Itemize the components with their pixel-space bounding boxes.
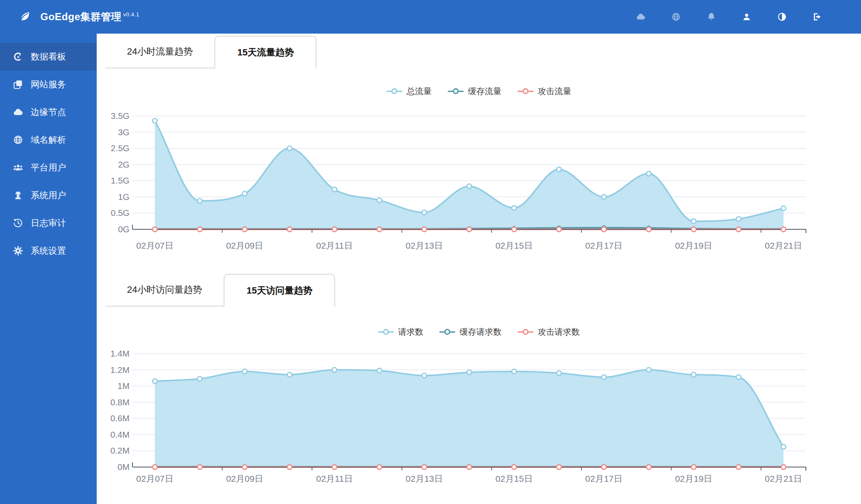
globe-icon[interactable] [671,12,681,22]
data-point-总流量[interactable] [153,118,157,123]
x-axis-date-label: 02月13日 [406,474,443,483]
legend-label: 缓存流量 [468,86,502,97]
data-point-攻击流量[interactable] [602,227,606,232]
data-point-请求数[interactable] [422,373,427,378]
sidebar-item-dashboard[interactable]: 数据看板 [0,43,97,71]
data-point-总流量[interactable] [557,167,561,172]
tab-24小时访问量趋势[interactable]: 24小时访问量趋势 [105,274,224,307]
data-point-攻击流量[interactable] [422,227,427,232]
legend-item-缓存流量[interactable]: 缓存流量 [448,86,502,97]
data-point-总流量[interactable] [287,146,292,151]
data-point-攻击请求数[interactable] [243,465,247,470]
data-point-总流量[interactable] [243,192,247,196]
data-point-攻击流量[interactable] [377,227,382,232]
data-point-请求数[interactable] [512,369,516,374]
data-point-总流量[interactable] [692,219,696,223]
sidebar-item-label: 网站服务 [31,79,66,90]
data-point-攻击流量[interactable] [781,227,786,232]
data-point-请求数[interactable] [557,371,561,375]
data-point-攻击请求数[interactable] [198,465,202,470]
logout-icon[interactable] [812,12,822,22]
data-point-总流量[interactable] [736,217,741,221]
data-point-总流量[interactable] [332,187,337,192]
data-point-总流量[interactable] [422,210,427,215]
data-point-攻击流量[interactable] [647,227,651,232]
tab-15天流量趋势[interactable]: 15天流量趋势 [214,36,316,68]
data-point-攻击请求数[interactable] [377,465,382,470]
data-point-攻击流量[interactable] [287,227,292,232]
legend-item-总流量[interactable]: 总流量 [386,86,432,97]
y-axis-tick-label: 0G [118,224,129,234]
y-axis-tick-label: 0.5G [111,208,129,218]
bell-icon[interactable] [706,12,716,22]
data-point-攻击流量[interactable] [692,227,696,232]
legend-item-攻击流量[interactable]: 攻击流量 [518,86,571,97]
contrast-icon[interactable] [777,12,787,22]
data-point-攻击请求数[interactable] [467,465,472,470]
data-point-攻击请求数[interactable] [557,465,561,470]
data-point-总流量[interactable] [647,171,651,176]
data-point-攻击流量[interactable] [153,227,157,232]
data-point-攻击流量[interactable] [332,227,337,232]
y-axis-tick-label: 2.5G [111,143,129,153]
traffic-tabs: 24小时流量趋势15天流量趋势 [105,36,317,68]
data-point-攻击流量[interactable] [467,227,472,232]
data-point-攻击请求数[interactable] [647,465,651,470]
data-point-攻击流量[interactable] [557,227,561,232]
sidebar-item-nodes[interactable]: 边缘节点 [0,98,97,126]
cloud-icon[interactable] [636,12,646,22]
data-point-请求数[interactable] [467,370,472,375]
sidebar-item-dns[interactable]: 域名解析 [0,126,97,154]
data-point-攻击请求数[interactable] [692,465,696,470]
data-point-请求数[interactable] [781,444,786,449]
sidebar-item-websites[interactable]: 网站服务 [0,71,97,98]
data-point-攻击请求数[interactable] [512,465,516,470]
data-point-总流量[interactable] [377,198,382,202]
goedge-leaf-logo-icon [17,10,31,24]
data-point-总流量[interactable] [512,206,516,210]
data-point-请求数[interactable] [153,379,157,383]
x-axis-date-label: 02月07日 [136,474,174,483]
data-point-总流量[interactable] [602,194,606,199]
data-point-攻击流量[interactable] [736,227,741,232]
requests-trend-chart: 0M0.2M0.4M0.6M0.8M1M1.2M1.4M02月07日02月09日… [97,344,861,499]
legend-marker-icon [518,88,534,94]
data-point-总流量[interactable] [198,199,202,203]
data-point-请求数[interactable] [377,368,382,373]
data-point-攻击请求数[interactable] [736,465,741,470]
legend-item-攻击请求数[interactable]: 攻击请求数 [518,326,580,338]
sidebar-item-settings[interactable]: 系统设置 [0,237,97,265]
sidebar-item-logs[interactable]: 日志审计 [0,209,97,237]
data-point-攻击请求数[interactable] [602,465,606,470]
sidebar-item-platform-users[interactable]: 平台用户 [0,154,97,181]
x-axis-date-label: 02月15日 [495,474,533,483]
data-point-请求数[interactable] [736,375,741,379]
x-axis-date-label: 02月15日 [495,241,533,250]
data-point-攻击流量[interactable] [512,227,516,232]
sidebar-item-system-users[interactable]: 系统用户 [0,181,97,209]
legend-item-缓存请求数[interactable]: 缓存请求数 [439,326,502,338]
data-point-总流量[interactable] [467,184,472,189]
data-point-攻击请求数[interactable] [332,465,337,470]
data-point-攻击流量[interactable] [198,227,202,232]
data-point-攻击流量[interactable] [243,227,247,232]
data-point-攻击请求数[interactable] [153,465,157,470]
user-icon[interactable] [742,12,752,22]
tab-24小时流量趋势[interactable]: 24小时流量趋势 [105,36,214,68]
data-point-请求数[interactable] [602,375,606,379]
data-point-请求数[interactable] [332,368,337,372]
data-point-请求数[interactable] [692,373,696,377]
tab-15天访问量趋势[interactable]: 15天访问量趋势 [224,274,335,307]
data-point-攻击请求数[interactable] [422,465,427,470]
data-point-请求数[interactable] [198,376,202,381]
y-axis-tick-label: 3.5G [111,111,129,121]
data-point-攻击请求数[interactable] [287,465,292,470]
legend-item-请求数[interactable]: 请求数 [378,326,423,338]
data-point-总流量[interactable] [781,206,786,210]
data-point-请求数[interactable] [287,373,292,377]
data-point-攻击请求数[interactable] [781,465,786,470]
x-axis-date-label: 02月11日 [316,241,353,250]
data-point-请求数[interactable] [243,369,247,374]
requests-tabs: 24小时访问量趋势15天访问量趋势 [105,274,335,307]
data-point-请求数[interactable] [647,368,651,372]
